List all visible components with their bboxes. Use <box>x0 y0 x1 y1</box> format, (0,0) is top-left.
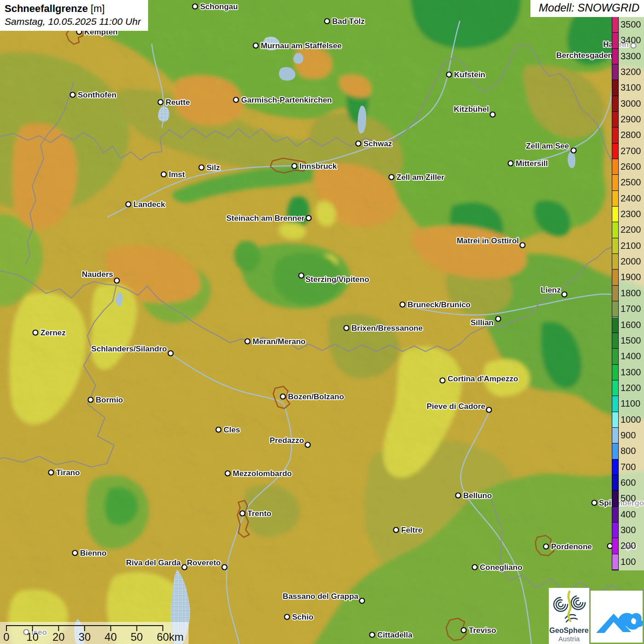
city-label-bormio: Bormio <box>96 396 123 404</box>
geosphere-swirl-icon <box>549 588 589 625</box>
colorbar-tick-label: 1800 <box>621 285 641 301</box>
colorbar-tick-label: 400 <box>621 506 636 522</box>
colorbar-segment-900 <box>612 428 618 443</box>
city-marker-spilimbergo <box>592 500 597 506</box>
colorbar-tick-label: 1500 <box>621 333 641 348</box>
city-label-predazzo: Predazzo <box>270 436 304 445</box>
city-marker-bassano-del-grappa <box>360 598 365 604</box>
scale-bar-label: 30 <box>79 631 91 644</box>
city-marker-zell-am-see <box>571 148 576 153</box>
city-label-kufstein: Kufstein <box>454 70 485 79</box>
colorbar-segment-1100 <box>612 396 618 412</box>
city-marker-treviso <box>461 628 466 633</box>
city-label-silz: Silz <box>207 163 220 172</box>
city-marker-brixen-bressanone <box>344 326 349 331</box>
scale-bar-label: 50 <box>131 631 143 644</box>
colorbar-segment-3000 <box>612 96 618 112</box>
city-label-reutte: Reutte <box>166 98 190 107</box>
colorbar-tick-label: 1100 <box>621 396 640 411</box>
city-marker-sonthofen <box>70 92 75 98</box>
city-marker-zell-am-ziller <box>389 175 394 180</box>
colorbar-segment-2900 <box>612 112 618 127</box>
geosphere-logo: GeoSphere Austria <box>549 588 589 644</box>
city-label-schlanders-silandro: Schlanders/Silandro <box>92 345 167 353</box>
city-label-nauders: Nauders <box>82 270 113 279</box>
city-label-imst: Imst <box>169 170 185 179</box>
city-marker-bozen-bolzano <box>281 394 286 399</box>
colorbar-segment-2400 <box>612 191 618 207</box>
colorbar-segment-100 <box>612 554 618 570</box>
colorbar-tick-label: 800 <box>621 443 636 459</box>
city-label-pieve-di-cadore: Pieve di Cadore <box>426 402 485 411</box>
city-marker-bruneck-brunico <box>400 302 405 307</box>
city-marker-mezzolombardo <box>225 471 230 476</box>
city-label-bruneck-brunico: Bruneck/Brunico <box>408 300 471 309</box>
partner-logo <box>591 591 643 643</box>
city-marker-steinach-am-brenner <box>306 216 311 221</box>
city-label-schwaz: Schwaz <box>363 139 392 148</box>
colorbar-tick-label: 3400 <box>621 32 641 48</box>
city-marker-predazzo <box>305 443 310 448</box>
scale-bar-label: 10 <box>26 631 39 644</box>
city-label-berchtesgaden: Berchtesgaden <box>556 51 613 60</box>
city-marker-bormio <box>88 397 93 402</box>
city-marker-cittadella <box>370 632 375 638</box>
map-title-panel: Schneefallgrenze [m] Samstag, 10.05.2025… <box>0 0 148 31</box>
city-label-mezzolombardo: Mezzolombardo <box>233 469 292 478</box>
city-marker-rovereto <box>222 565 227 570</box>
city-marker-tirano <box>49 470 54 475</box>
city-label-bad-t-lz: Bad Tölz <box>332 17 365 26</box>
colorbar-segment-200 <box>612 538 618 554</box>
city-marker-riva-del-garda <box>182 565 187 570</box>
colorbar-tick-label: 2400 <box>621 190 641 206</box>
city-label-trento: Trento <box>247 509 271 518</box>
city-label-bassano-del-grappa: Bassano del Grappa <box>283 592 359 601</box>
colorbar-segment-800 <box>612 443 618 459</box>
geosphere-logo-text: GeoSphere <box>549 627 589 635</box>
city-marker-schwaz <box>356 141 361 146</box>
mountain-cloud-icon <box>591 591 643 643</box>
city-marker-meran-merano <box>245 339 250 344</box>
colorbar-segment-1200 <box>612 380 618 396</box>
city-label-zell-am-ziller: Zell am Ziller <box>397 173 444 182</box>
colorbar-segment-3500 <box>612 17 618 33</box>
colorbar-segment-2200 <box>612 222 618 238</box>
colorbar-segment-1300 <box>612 365 618 380</box>
city-label-meran-merano: Meran/Merano <box>253 337 305 346</box>
colorbar-tick-label: 300 <box>621 522 636 538</box>
city-label-cles: Cles <box>224 426 240 434</box>
colorbar-segment-1000 <box>612 412 618 428</box>
city-label-innsbruck: Innsbruck <box>299 162 337 171</box>
colorbar-segment-2100 <box>612 238 618 254</box>
colorbar-segment-1600 <box>612 317 618 333</box>
city-marker-kitzb-hel <box>490 112 495 117</box>
colorbar-segment-1400 <box>612 349 618 364</box>
colorbar-tick-label: 100 <box>621 554 636 569</box>
city-marker-cortina-d-ampezzo <box>440 378 445 383</box>
city-marker-trento <box>240 511 245 516</box>
city-marker-sillian <box>496 316 501 322</box>
colorbar-labels: 3500340033003200310030002900280027002600… <box>621 17 644 569</box>
city-label-cortina-d-ampezzo: Cortina d'Ampezzo <box>448 374 518 383</box>
city-marker-reutte <box>158 100 163 105</box>
city-label-belluno: Belluno <box>463 491 492 500</box>
colorbar-tick-label: 2200 <box>621 222 641 237</box>
colorbar-tick-label: 2800 <box>621 127 641 143</box>
city-label-sillian: Sillian <box>471 318 494 327</box>
city-marker-bad-t-lz <box>325 19 330 24</box>
map-datetime: Samstag, 10.05.2025 11:00 Uhr <box>5 16 141 27</box>
colorbar-tick-label: 900 <box>621 427 636 443</box>
city-label-kitzb-hel: Kitzbühel <box>454 105 489 114</box>
colorbar-segment-400 <box>612 507 618 523</box>
colorbar-segment-300 <box>612 523 618 538</box>
city-label-conegliano: Conegliano <box>480 563 523 572</box>
city-label-rovereto: Rovereto <box>187 558 221 567</box>
city-marker-schio <box>285 615 290 620</box>
colorbar-segment-1900 <box>612 270 618 285</box>
city-marker-cles <box>216 427 221 432</box>
city-marker-nauders <box>115 278 120 283</box>
colorbar-segment-2600 <box>612 159 618 175</box>
map-canvas: SchongauBad TölzKemptenMurnau am Staffel… <box>0 0 644 644</box>
colorbar-segment-3100 <box>612 80 618 96</box>
colorbar-tick-label: 2100 <box>621 238 641 253</box>
